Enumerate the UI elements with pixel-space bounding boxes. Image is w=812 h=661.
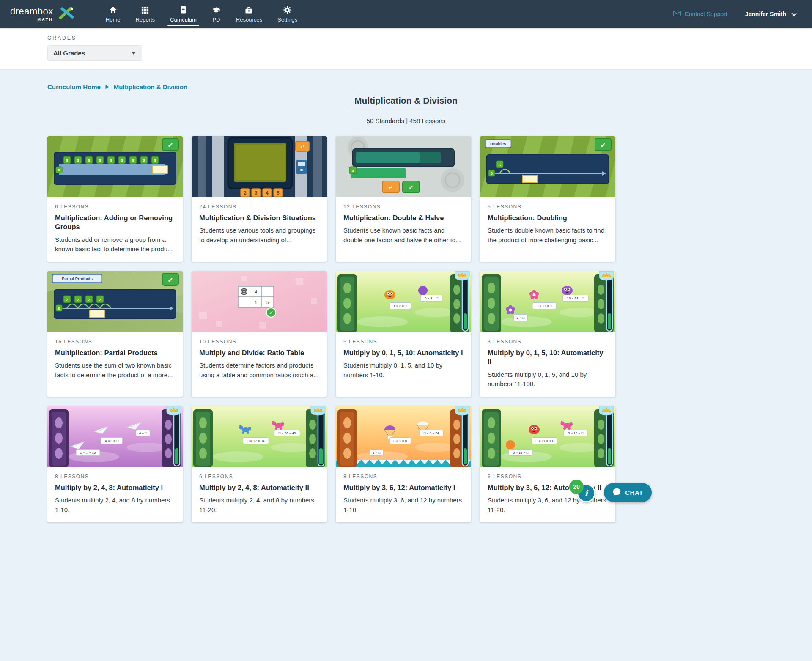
svg-text:6 × □: 6 × □ — [373, 451, 381, 455]
card-title: Multiplication: Adding or Removing Group… — [55, 214, 175, 232]
svg-text:✓: ✓ — [167, 141, 173, 149]
grades-dropdown[interactable]: All Grades — [47, 45, 142, 61]
svg-text:4 × 8 = □: 4 × 8 = □ — [105, 439, 118, 443]
card-title: Multiplication: Double & Halve — [343, 214, 464, 222]
card-description: Students use known basic facts and doubl… — [343, 226, 464, 245]
lesson-card[interactable]: 3333333330✓ 6 LESSONS Multiplication: Ad… — [47, 136, 183, 262]
svg-text:5: 5 — [266, 299, 269, 304]
svg-text:3: 3 — [132, 158, 134, 163]
svg-text:0: 0 — [491, 171, 493, 176]
page-subtitle: 50 Standards | 458 Lessons — [47, 117, 765, 124]
svg-text:↵: ↵ — [300, 144, 304, 150]
card-body: 6 LESSONS Multiply by 2, 4, 8: Automatic… — [192, 467, 327, 522]
lesson-count: 16 LESSONS — [55, 339, 175, 345]
card-description: Students multiply 0, 1, 5, and 10 by num… — [343, 361, 464, 380]
chevron-down-icon — [791, 11, 797, 17]
svg-text:3: 3 — [154, 158, 156, 163]
lesson-card[interactable]: 4 × 8 = □4 × □2 × □ = 18 8 LESSONS Multi… — [47, 406, 183, 522]
svg-text:3: 3 — [110, 158, 112, 163]
svg-text:1: 1 — [255, 299, 257, 304]
svg-text:3 × 17 = □: 3 × 17 = □ — [537, 304, 552, 308]
lesson-card[interactable]: Doubles50✓ 5 LESSONS Multiplication: Dou… — [480, 136, 615, 262]
nav-item-reports[interactable]: Reports — [128, 0, 163, 28]
card-title: Multiply by 0, 1, 5, 10: Automaticity I — [343, 348, 464, 357]
reports-grid-icon — [141, 5, 149, 14]
card-description: Students determine factors and products … — [199, 361, 319, 380]
svg-text:5: 5 — [499, 162, 501, 167]
curriculum-document-icon — [180, 5, 187, 14]
chat-label: CHAT — [625, 489, 643, 496]
card-description: Students add or remove a group from a kn… — [55, 235, 175, 254]
card-description: Students multiply 3, 6, and 12 by number… — [343, 496, 464, 515]
nav-item-home[interactable]: Home — [98, 0, 128, 28]
card-thumbnail: 1 × 2 = □0 × 8 = □ — [336, 271, 471, 332]
svg-text:4: 4 — [255, 289, 257, 294]
svg-text:□ × 2 = 8: □ × 2 = 8 — [393, 439, 407, 443]
svg-text:↵: ↵ — [389, 184, 393, 191]
lesson-count: 6 LESSONS — [488, 474, 608, 480]
nav-item-settings[interactable]: Settings — [270, 0, 305, 28]
card-body: 8 LESSONS Multiply by 3, 6, 12: Automati… — [336, 467, 471, 522]
svg-text:4 × □: 4 × □ — [139, 431, 147, 435]
gear-icon — [283, 5, 291, 14]
top-navbar: dreambox MATH Home — [0, 0, 812, 28]
lesson-card[interactable]: ↵2345 24 LESSONS Multiplication & Divisi… — [192, 136, 327, 262]
card-title: Multiply by 2, 4, 8: Automaticity I — [55, 483, 175, 492]
lesson-count: 8 LESSONS — [343, 474, 464, 480]
rocket-logo-icon — [58, 6, 74, 22]
svg-text:3: 3 — [88, 158, 90, 163]
card-body: 6 LESSONS Multiplication: Adding or Remo… — [47, 197, 183, 262]
dreambox-logo[interactable]: dreambox MATH — [0, 0, 85, 28]
card-title: Multiply by 0, 1, 5, 10: Automaticity II — [488, 348, 608, 367]
lesson-card[interactable]: 415✓ 10 LESSONS Multiply and Divide: Rat… — [192, 271, 327, 397]
user-menu[interactable]: Jennifer Smith — [745, 11, 797, 17]
svg-text:✓: ✓ — [167, 276, 173, 284]
lesson-card[interactable]: □ × 2 = 8□ × 8 = 246 × □ 8 LESSONS Multi… — [336, 406, 471, 522]
card-description: Students multiply 2, 4, and 8 by numbers… — [55, 496, 175, 515]
nav-label: PD — [212, 16, 220, 23]
grades-selected-value: All Grades — [53, 49, 85, 57]
lesson-count: 5 LESSONS — [488, 204, 608, 210]
contact-support-label: Contact Support — [685, 11, 727, 17]
lesson-card[interactable]: a↵✓ 12 LESSONS Multiplication: Double & … — [336, 136, 471, 262]
chat-bubble-icon — [612, 488, 621, 498]
svg-text:0: 0 — [58, 306, 60, 310]
card-thumbnail: Partial Products77770✓ — [47, 271, 183, 332]
svg-text:2: 2 — [244, 190, 246, 195]
card-thumbnail: Doubles50✓ — [480, 136, 615, 197]
lesson-grid: 3333333330✓ 6 LESSONS Multiplication: Ad… — [47, 136, 765, 552]
lesson-card[interactable]: 3 × 17 = □10 × 18 = □2 × □ 3 LESSONS Mul… — [480, 271, 615, 397]
lesson-count: 6 LESSONS — [199, 474, 319, 480]
card-thumbnail: 3 × 17 = □10 × 18 = □2 × □ — [480, 271, 615, 332]
card-thumbnail: 415✓ — [192, 271, 327, 332]
card-thumbnail: 4 × 8 = □4 × □2 × □ = 18 — [47, 406, 183, 467]
contact-support-link[interactable]: Contact Support — [673, 11, 727, 18]
svg-text:Doubles: Doubles — [490, 141, 506, 146]
svg-text:7: 7 — [66, 297, 68, 302]
card-thumbnail: □ × 2 = 8□ × 8 = 246 × □ — [336, 406, 471, 467]
svg-text:3: 3 — [121, 158, 123, 163]
svg-text:□ × 20 = 40: □ × 20 = 40 — [279, 431, 296, 435]
svg-text:7: 7 — [77, 297, 79, 302]
nav-item-curriculum[interactable]: Curriculum — [162, 0, 204, 28]
card-body: 12 LESSONS Multiplication: Double & Halv… — [336, 197, 471, 252]
nav-item-pd[interactable]: PD — [204, 0, 228, 28]
nav-item-resources[interactable]: Resources — [228, 0, 270, 28]
card-title: Multiply by 2, 4, 8: Automaticity II — [199, 483, 319, 492]
lesson-card[interactable]: □ × 11 = 333 × 13 = □3 × 15 = □ 6 LESSON… — [480, 406, 615, 522]
lesson-count: 3 LESSONS — [488, 339, 608, 345]
nav-label: Settings — [277, 16, 297, 23]
page-title: Multiplication & Division — [349, 96, 463, 111]
lesson-card[interactable]: 1 × 2 = □0 × 8 = □ 5 LESSONS Multiply by… — [336, 271, 471, 397]
lesson-card[interactable]: □ × 17 = 34□ × 20 = 40 6 LESSONS Multipl… — [192, 406, 327, 522]
card-description: Students multiply 2, 4, and 8 by numbers… — [199, 496, 319, 515]
lesson-card[interactable]: Partial Products77770✓ 16 LESSONS Multip… — [47, 271, 183, 397]
navbar-right: Contact Support Jennifer Smith — [673, 0, 812, 28]
card-thumbnail: □ × 17 = 34□ × 20 = 40 — [192, 406, 327, 467]
chat-button[interactable]: CHAT — [604, 483, 652, 502]
user-name: Jennifer Smith — [745, 11, 786, 17]
breadcrumb-curriculum-home[interactable]: Curriculum Home — [47, 83, 101, 91]
card-body: 10 LESSONS Multiply and Divide: Ratio Ta… — [192, 332, 327, 387]
card-body: 24 LESSONS Multiplication & Division Sit… — [192, 197, 327, 252]
svg-text:Partial Products: Partial Products — [62, 276, 93, 281]
